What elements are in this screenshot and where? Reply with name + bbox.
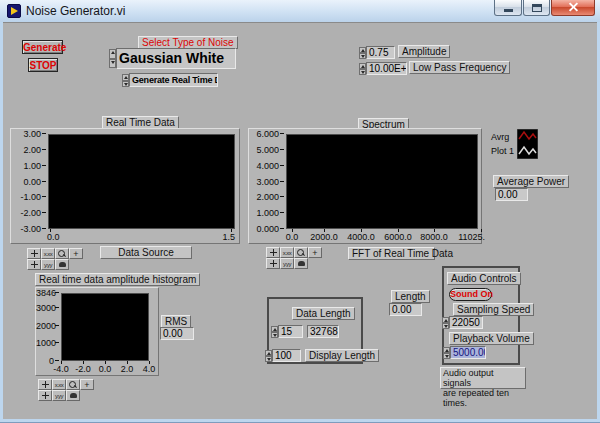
x-tick: 11025. — [445, 232, 485, 242]
pan-tool-button[interactable] — [294, 258, 308, 269]
hand-icon — [59, 262, 66, 267]
y-tick: 3.000 — [249, 177, 284, 187]
sound-on-button[interactable]: Sound On — [449, 288, 492, 301]
cursor-tool-button[interactable] — [27, 248, 41, 259]
y-tick: 1.000 — [249, 208, 284, 218]
y-tick: 3.00 — [11, 129, 46, 139]
histogram-title: Real time data amplitude histogram — [35, 273, 200, 286]
lowpass-spinner[interactable] — [359, 63, 366, 75]
lowpass-label: Low Pass Frequency — [409, 61, 510, 74]
y-tick: 1.00 — [11, 161, 46, 171]
display-length-field[interactable]: 100 — [272, 349, 301, 362]
display-length-label: Display Length — [305, 349, 379, 362]
generate-rt-spinner[interactable] — [122, 74, 129, 87]
plus-icon: + — [84, 381, 89, 389]
zoom-tool-button[interactable] — [294, 247, 308, 258]
length-value: 0.00 — [389, 303, 422, 316]
zoom-in-button[interactable]: + — [69, 248, 83, 259]
x-tick: 2000.0 — [304, 232, 344, 242]
cursor-tool-button[interactable] — [38, 379, 52, 390]
y-tick: -3.00 — [11, 224, 46, 234]
generate-button[interactable]: Generate — [22, 40, 63, 54]
x-tick: 2.0 — [115, 364, 139, 374]
y-scale-format-button[interactable]: y.yy — [52, 390, 66, 401]
cursor-y-tool-button[interactable] — [38, 390, 52, 401]
x-tick: 4000.0 — [341, 232, 381, 242]
amplitude-field[interactable]: 0.75 — [366, 46, 395, 59]
magnifier-icon — [297, 249, 305, 257]
y-tick: 6.000 — [249, 129, 284, 139]
y-tick: 1000 — [36, 338, 59, 348]
zoom-in-button[interactable]: + — [80, 379, 94, 390]
fft-order-field[interactable]: 15 — [278, 325, 303, 338]
y-tick: 3846 — [36, 288, 59, 298]
crosshair-icon — [42, 392, 49, 399]
audio-controls-title: Audio Controls — [447, 272, 521, 285]
legend-avg-label: Avrg — [491, 132, 514, 142]
x-scale-label: x.xx — [44, 251, 53, 257]
y-tick: 2000 — [36, 321, 59, 331]
x-tick: -4.0 — [49, 364, 73, 374]
cursor-y-tool-button[interactable] — [266, 258, 280, 269]
y-tick: -1.00 — [11, 192, 46, 202]
audio-note: Audio output signals are repeated ten ti… — [440, 367, 526, 389]
x-tick: 0.0 — [93, 364, 117, 374]
length-label: Length — [391, 290, 430, 303]
y-tick: 3000 — [36, 303, 59, 313]
y-tick: 2.00 — [11, 145, 46, 155]
y-scale-format-button[interactable]: y.yy — [41, 259, 55, 270]
amplitude-label: Amplitude — [398, 45, 450, 58]
close-button[interactable] — [551, 0, 595, 16]
y-scale-format-button[interactable]: y.yy — [280, 258, 294, 269]
labview-icon — [7, 4, 21, 18]
y-scale-label: y.yy — [44, 262, 52, 268]
spectrum-graph: 6.000 5.000 4.000 3.000 2.000 1.000 0.00… — [248, 128, 482, 244]
noise-type-ring[interactable]: Gaussian White — [116, 48, 236, 69]
titlebar[interactable]: Noise Generator.vi — [0, 0, 600, 22]
zoom-in-button[interactable]: + — [308, 247, 322, 258]
window-controls — [493, 0, 595, 16]
zoom-tool-button[interactable] — [66, 379, 80, 390]
audio-note-line1: Audio output signals — [443, 368, 523, 388]
rms-value: 0.00 — [160, 327, 194, 340]
x-scale-format-button[interactable]: x.xx — [41, 248, 55, 259]
minimize-button[interactable] — [494, 0, 522, 16]
stop-button[interactable]: STOP — [28, 58, 58, 72]
graph-palette-realtime: x.xx + y.yy — [27, 248, 85, 271]
sampling-speed-label: Sampling Speed — [453, 303, 534, 316]
x-tick: -2.0 — [71, 364, 95, 374]
data-size-value: 32768 — [307, 325, 339, 338]
spectrum-plot-area — [286, 134, 478, 229]
x-scale-label: x.xx — [55, 382, 64, 388]
data-length-title: Data Length — [292, 307, 355, 320]
amplitude-spinner[interactable] — [359, 47, 366, 59]
playback-volume-spinner[interactable] — [443, 347, 450, 359]
lowpass-field[interactable]: 10.00E+3 — [366, 62, 407, 75]
zoom-tool-button[interactable] — [55, 248, 69, 259]
noise-type-spinner[interactable] — [109, 49, 116, 68]
sampling-speed-spinner[interactable] — [442, 317, 449, 329]
average-power-value: 0.00 — [495, 188, 528, 201]
fft-caption: FFT of Real Time Data — [348, 247, 435, 260]
pan-tool-button[interactable] — [66, 390, 80, 401]
cursor-y-tool-button[interactable] — [27, 259, 41, 270]
pan-tool-button[interactable] — [55, 259, 69, 270]
cursor-tool-button[interactable] — [266, 247, 280, 258]
plot-legend: Avrg Plot 1 — [491, 129, 538, 159]
x-scale-format-button[interactable]: x.xx — [280, 247, 294, 258]
legend-swatches[interactable] — [517, 129, 538, 159]
playback-volume-field[interactable]: 5000.00 — [450, 346, 486, 359]
hand-icon — [298, 261, 305, 266]
magnifier-icon — [69, 381, 77, 389]
x-scale-format-button[interactable]: x.xx — [52, 379, 66, 390]
x-tick: 1.5 — [215, 232, 235, 242]
magnifier-icon — [58, 250, 66, 258]
close-icon — [568, 2, 579, 13]
sampling-speed-field[interactable]: 22050 — [449, 316, 483, 329]
maximize-button[interactable] — [523, 0, 550, 16]
generate-rt-ring[interactable]: Generate Real Time Data — [129, 73, 218, 87]
fft-order-spinner[interactable] — [271, 326, 278, 338]
plus-icon: + — [312, 249, 317, 257]
graph-palette-spectrum: x.xx + y.yy — [266, 247, 324, 270]
display-length-spinner[interactable] — [265, 350, 272, 362]
